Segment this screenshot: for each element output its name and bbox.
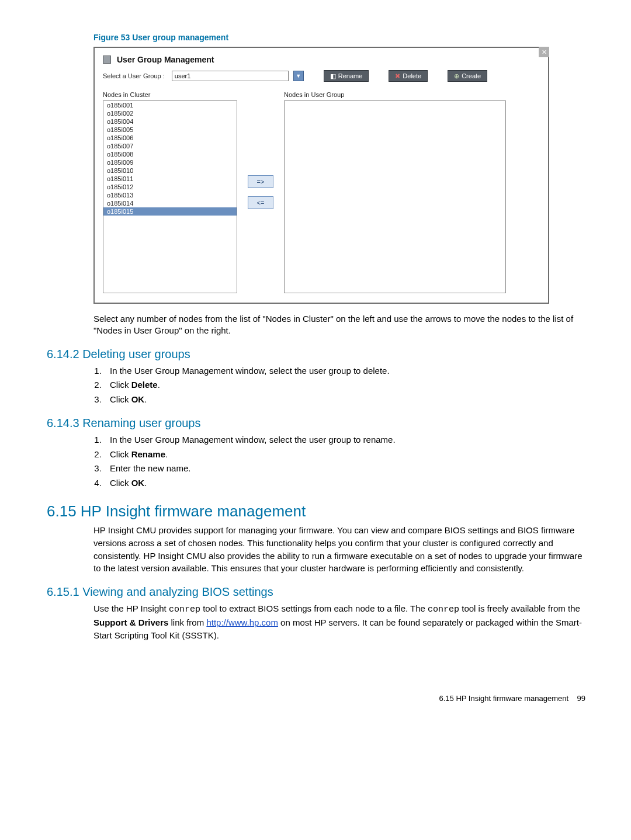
- nodes-in-group-listbox[interactable]: [284, 100, 506, 293]
- list-item[interactable]: o185i007: [103, 142, 237, 150]
- list-item[interactable]: o185i004: [103, 117, 237, 126]
- list-item[interactable]: o185i014: [103, 199, 237, 207]
- step-item: Click Rename.: [104, 448, 589, 461]
- list-item[interactable]: o185i001: [103, 101, 237, 109]
- after-figure-paragraph: Select any number of nodes from the list…: [93, 313, 583, 337]
- list-item[interactable]: o185i010: [103, 166, 237, 175]
- list-item[interactable]: o185i005: [103, 126, 237, 134]
- nodes-in-cluster-listbox[interactable]: o185i001o185i002o185i004o185i005o185i006…: [103, 100, 237, 293]
- heading-firmware-management: 6.15 HP Insight firmware management: [47, 502, 589, 520]
- delete-button-label: Delete: [403, 72, 421, 79]
- steps-deleting: In the User Group Management window, sel…: [104, 365, 589, 407]
- create-icon: ⊕: [454, 72, 459, 80]
- conrep-code: conrep: [428, 605, 459, 615]
- delete-icon: ✖: [395, 72, 400, 80]
- list-item[interactable]: o185i013: [103, 191, 237, 199]
- transfer-arrows: => <=: [237, 91, 284, 293]
- footer-section: 6.15 HP Insight firmware management: [439, 694, 568, 703]
- step-item: In the User Group Management window, sel…: [104, 365, 589, 378]
- create-button[interactable]: ⊕ Create: [448, 70, 487, 82]
- page-footer: 6.15 HP Insight firmware management 99: [42, 694, 589, 703]
- bios-paragraph: Use the HP Insight conrep tool to extrac…: [93, 602, 583, 641]
- hp-link[interactable]: http://www.hp.com: [206, 617, 278, 627]
- rename-button[interactable]: ◧ Rename: [324, 70, 369, 82]
- delete-button[interactable]: ✖ Delete: [389, 70, 428, 82]
- bios-text: tool to extract BIOS settings from each …: [200, 603, 428, 613]
- heading-viewing-bios: 6.15.1 Viewing and analyzing BIOS settin…: [47, 585, 589, 599]
- rename-button-label: Rename: [338, 72, 363, 79]
- firmware-paragraph: HP Insight CMU provides support for mana…: [93, 524, 583, 575]
- figure-caption: Figure 53 User group management: [93, 33, 589, 42]
- nodes-in-group-column: Nodes in User Group: [284, 91, 506, 293]
- move-left-button[interactable]: <=: [248, 196, 273, 209]
- user-group-select-input[interactable]: [172, 71, 289, 81]
- bios-text: link from: [168, 617, 206, 627]
- step-item: Click OK.: [104, 477, 589, 490]
- dropdown-button[interactable]: ▼: [293, 71, 304, 81]
- nodes-in-group-label: Nodes in User Group: [284, 91, 506, 98]
- step-item: In the User Group Management window, sel…: [104, 433, 589, 447]
- bios-text: tool is freely available from the: [459, 603, 580, 613]
- steps-renaming: In the User Group Management window, sel…: [104, 433, 589, 490]
- step-item: Click Delete.: [104, 379, 589, 392]
- dialog-title: User Group Management: [117, 55, 214, 64]
- heading-deleting-user-groups: 6.14.2 Deleting user groups: [47, 348, 589, 361]
- list-item[interactable]: o185i006: [103, 134, 237, 142]
- list-item[interactable]: o185i015: [103, 207, 237, 216]
- step-item: Enter the new name.: [104, 462, 589, 475]
- toolbar: Select a User Group : ▼ ◧ Rename ✖ Delet…: [95, 70, 548, 86]
- rename-icon: ◧: [330, 72, 336, 80]
- list-item[interactable]: o185i011: [103, 175, 237, 183]
- step-item: Click OK.: [104, 393, 589, 407]
- list-item[interactable]: o185i009: [103, 158, 237, 166]
- bios-text: Use the HP Insight: [93, 603, 169, 613]
- list-item[interactable]: o185i008: [103, 150, 237, 158]
- nodes-in-cluster-label: Nodes in Cluster: [103, 91, 237, 98]
- create-button-label: Create: [462, 72, 481, 79]
- move-right-button[interactable]: =>: [248, 175, 273, 188]
- heading-renaming-user-groups: 6.14.3 Renaming user groups: [47, 416, 589, 430]
- conrep-code: conrep: [169, 605, 200, 615]
- cube-icon: [103, 55, 111, 64]
- support-drivers-bold: Support & Drivers: [93, 617, 168, 627]
- footer-page-number: 99: [577, 694, 585, 703]
- close-icon[interactable]: ✕: [539, 47, 549, 57]
- dialog-title-bar: User Group Management: [95, 48, 548, 70]
- user-group-dialog: ✕ User Group Management Select a User Gr…: [93, 47, 549, 304]
- list-item[interactable]: o185i002: [103, 109, 237, 117]
- nodes-in-cluster-column: Nodes in Cluster o185i001o185i002o185i00…: [103, 91, 237, 293]
- list-item[interactable]: o185i012: [103, 183, 237, 191]
- select-group-label: Select a User Group :: [103, 72, 165, 79]
